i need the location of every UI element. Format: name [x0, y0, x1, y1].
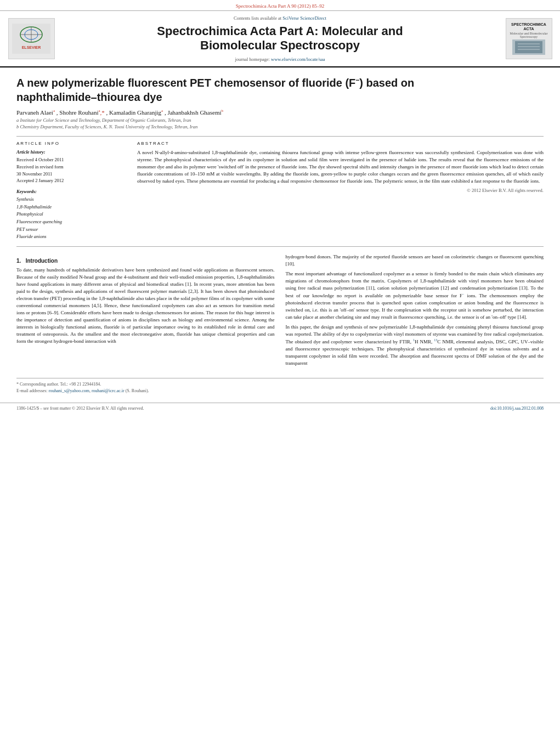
header-right-logo: SPECTROCHIMICA ACTA Molecular and Biomol…	[504, 15, 553, 62]
header-center: Contents lists available at SciVerse Sci…	[61, 15, 499, 62]
right-para3: In this paper, the design and synthesis …	[286, 324, 544, 367]
contents-line: Contents lists available at SciVerse Sci…	[61, 15, 499, 21]
sciverse-link[interactable]: SciVerse ScienceDirect	[282, 15, 326, 21]
copyright-line: © 2012 Elsevier B.V. All rights reserved…	[137, 188, 544, 193]
abstract-text: A novel N-allyl-4-amino-substituted 1,8-…	[137, 149, 544, 185]
elsevier-graphic: ELSEVIER	[12, 24, 50, 54]
article-title: A new polymerizable fluorescent PET chem…	[16, 76, 544, 104]
elsevier-logo-area: ELSEVIER	[7, 15, 56, 62]
keyword-fluorescence: Fluorescence quenching	[16, 218, 126, 226]
history-title: Article history:	[16, 149, 126, 155]
svg-rect-7	[515, 41, 542, 53]
issn-line: 1386-1425/$ – see front matter © 2012 El…	[16, 406, 144, 411]
intro-paragraph1: To date, many hundreds of naphthalimide …	[16, 267, 275, 346]
synthesized-text: synthesized	[455, 346, 478, 352]
affiliations: a Institute for Color Science and Techno…	[16, 117, 544, 131]
divider1	[16, 136, 544, 137]
svg-text:ELSEVIER: ELSEVIER	[22, 46, 41, 49]
keyword-pet: PET sensor	[16, 226, 126, 234]
divider2	[16, 246, 544, 247]
homepage-link[interactable]: www.elsevier.com/locate/saa	[271, 56, 325, 62]
article-info-title: ARTICLE INFO	[16, 141, 126, 146]
logo-title: SPECTROCHIMICA ACTA	[511, 22, 546, 32]
bottom-bar: 1386-1425/$ – see front matter © 2012 El…	[0, 403, 560, 414]
received1: Received 4 October 2011	[16, 156, 126, 163]
journal-title: Spectrochimica Acta Part A: Molecular an…	[61, 24, 499, 53]
keyword-naphthalimide: 1,8-Naphthalimide	[16, 203, 126, 211]
right-para1: hydrogen-bond donors. The majority of th…	[286, 253, 544, 268]
journal-top-bar: Spectrochimica Acta Part A 90 (2012) 85–…	[0, 0, 560, 11]
email1-link[interactable]: rouhani_s@yahoo.com	[49, 388, 89, 393]
body-section: 1. Introduction To date, many hundreds o…	[16, 253, 544, 370]
accepted: Accepted 2 January 2012	[16, 177, 126, 184]
revised-label: Received in revised form	[16, 163, 126, 171]
affil-a: a Institute for Color Science and Techno…	[16, 117, 544, 124]
revised-date: 30 November 2011	[16, 171, 126, 178]
email2-link[interactable]: rouhani@icrc.ac.ir	[92, 388, 125, 393]
body-col-right: hydrogen-bond donors. The majority of th…	[286, 253, 544, 370]
abstract-title: ABSTRACT	[137, 141, 544, 146]
doi-link[interactable]: doi:10.1016/j.saa.2012.01.008	[490, 406, 544, 411]
keywords-title: Keywords:	[16, 189, 126, 194]
page: Spectrochimica Acta Part A 90 (2012) 85–…	[0, 0, 560, 741]
footnote-email: E-mail addresses: rouhani_s@yahoo.com, r…	[16, 388, 544, 394]
keyword-photophysical: Photophysical	[16, 211, 126, 218]
journal-citation: Spectrochimica Acta Part A 90 (2012) 85–…	[236, 3, 324, 9]
body-col-left: 1. Introduction To date, many hundreds o…	[16, 253, 275, 370]
footnote-corresponding: * Corresponding author. Tel.: +98 21 229…	[16, 381, 544, 388]
elsevier-logo-box: ELSEVIER	[8, 18, 55, 59]
keyword-synthesis: Synthesis	[16, 196, 126, 203]
info-abstract-section: ARTICLE INFO Article history: Received 4…	[16, 141, 544, 241]
right-para2: The most important advantage of function…	[286, 270, 544, 321]
footnotes-area: * Corresponding author. Tel.: +98 21 229…	[16, 378, 544, 394]
abstract-col: ABSTRACT A novel N-allyl-4-amino-substit…	[137, 141, 544, 241]
header-section: ELSEVIER Contents lists available at Sci…	[0, 11, 560, 67]
logo-graphic	[512, 39, 545, 55]
keywords-section: Keywords: Synthesis 1,8-Naphthalimide Ph…	[16, 189, 126, 241]
intro-heading: 1. Introduction	[16, 258, 275, 264]
keyword-fluoride: Fluoride anions	[16, 233, 126, 241]
journal-homepage: journal homepage: www.elsevier.com/locat…	[61, 56, 499, 62]
logo-sub: Molecular and Biomolecular Spectroscopy	[508, 32, 550, 38]
authors-line: Parvaneh Alaeia , Shohre Rouhania,* , Ka…	[16, 109, 544, 116]
journal-logo-box: SPECTROCHIMICA ACTA Molecular and Biomol…	[506, 18, 552, 59]
affil-b: b Chemistry Department, Faculty of Scien…	[16, 124, 544, 131]
article-info-col: ARTICLE INFO Article history: Received 4…	[16, 141, 126, 241]
article-content: A new polymerizable fluorescent PET chem…	[0, 67, 560, 403]
